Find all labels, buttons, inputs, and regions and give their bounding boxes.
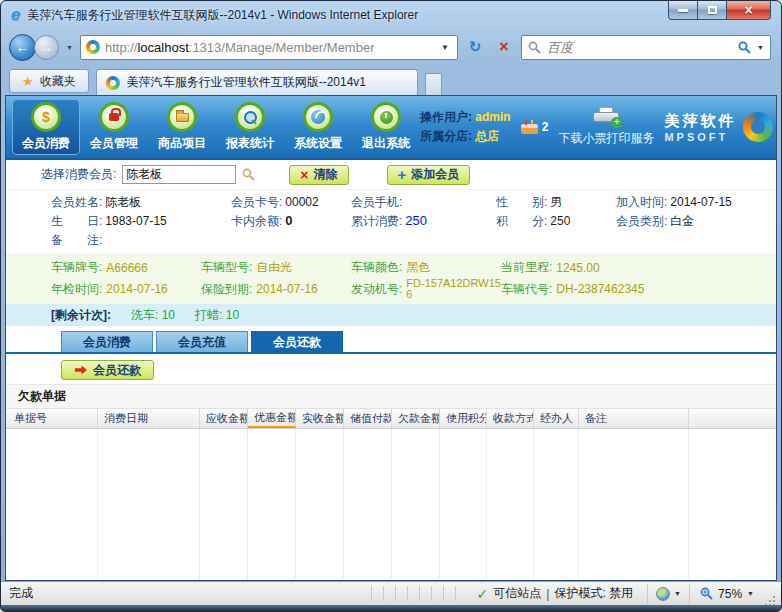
stop-button[interactable]: × xyxy=(492,38,516,56)
nav-item-label: 会员管理 xyxy=(90,135,138,152)
column-header[interactable]: 应收金额 xyxy=(200,409,248,428)
column-header[interactable]: 实收金额 xyxy=(296,409,344,428)
check-icon: ✓ xyxy=(477,586,489,602)
zoom-control[interactable]: 75% ▼ xyxy=(689,584,764,604)
member-select-input[interactable] xyxy=(122,165,236,184)
print-service-label: 下载小票打印服务 xyxy=(558,130,654,147)
table-cell-empty xyxy=(344,429,392,580)
search-box: ▼ xyxy=(521,35,771,60)
field-insurance-expiry: 保险到期:2014-07-16 xyxy=(201,281,351,298)
debt-table-body xyxy=(6,429,776,580)
repay-action-row: 会员还款 xyxy=(6,354,776,384)
nav-item-label: 会员消费 xyxy=(22,135,70,152)
column-header[interactable]: 消费日期 xyxy=(98,409,200,428)
nav-item-exit[interactable]: 退出系统 xyxy=(352,99,420,155)
nav-item-label: 报表统计 xyxy=(226,135,274,152)
field-join-date: 加入时间:2014-07-15 xyxy=(616,194,776,211)
close-button[interactable]: × xyxy=(726,1,771,20)
site-header: $ 会员消费 会员管理 商品项目 报表统计 系统设置 退出系统 xyxy=(6,96,776,160)
column-header[interactable]: 储值付款 xyxy=(344,409,392,428)
window-title: 美萍汽车服务行业管理软件互联网版--2014v1 - Windows Inter… xyxy=(27,7,418,24)
plus-icon: + xyxy=(398,167,407,182)
new-tab-button[interactable] xyxy=(425,73,442,95)
search-options-icon[interactable]: ▼ xyxy=(757,44,764,51)
logo-en: MPSOFT xyxy=(664,131,736,143)
remaining-label: [剩余计次]: xyxy=(51,307,111,324)
debt-table-header: 单据号 消费日期 应收金额 优惠金额 实收金额 储值付款 欠款金额 使用积分 收… xyxy=(6,409,776,429)
member-repay-button[interactable]: 会员还款 xyxy=(61,360,154,380)
field-member-name: 会员姓名:陈老板 xyxy=(51,194,231,211)
title-bar[interactable]: e 美萍汽车服务行业管理软件互联网版--2014v1 - Windows Int… xyxy=(1,1,781,29)
history-dropdown-icon[interactable]: ▼ xyxy=(64,44,75,51)
nav-item-goods[interactable]: 商品项目 xyxy=(148,99,216,155)
site-favicon xyxy=(86,40,100,54)
clear-x-icon: × xyxy=(300,168,308,182)
member-select-label: 选择消费会员: xyxy=(41,166,116,183)
birthday-reminder[interactable]: 2 xyxy=(521,120,549,134)
privacy-button[interactable]: ▼ xyxy=(647,584,689,604)
nav-item-label: 退出系统 xyxy=(362,135,410,152)
print-service[interactable]: + 下载小票打印服务 xyxy=(558,107,654,147)
add-member-button[interactable]: + 添加会员 xyxy=(387,165,471,185)
lock-icon xyxy=(99,102,129,132)
member-select-row: 选择消费会员: × 清除 + 添加会员 xyxy=(6,160,776,190)
field-birthday: 生 日:1983-07-15 xyxy=(51,213,231,230)
resize-grip[interactable] xyxy=(764,591,777,605)
dollar-icon: $ xyxy=(31,102,61,132)
maximize-button[interactable] xyxy=(698,1,726,20)
browser-tab-active[interactable]: 美萍汽车服务行业管理软件互联网版--2014v1 xyxy=(96,69,418,95)
clear-button[interactable]: × 清除 xyxy=(289,165,348,185)
power-icon xyxy=(371,102,401,132)
field-card-number: 会员卡号:00002 xyxy=(231,194,351,211)
table-cell-empty xyxy=(98,429,200,580)
logo-cn: 美萍软件 xyxy=(664,112,736,131)
stop-icon: × xyxy=(499,38,508,55)
column-header[interactable]: 单据号 xyxy=(6,409,98,428)
table-cell-empty xyxy=(440,429,487,580)
field-plate-number: 车辆牌号:A66666 xyxy=(51,259,201,276)
address-toolbar: ← → ▼ http://localhost:1313/Manage/Membe… xyxy=(1,29,781,65)
search-icon xyxy=(528,41,541,54)
column-header[interactable]: 欠款金额 xyxy=(392,409,440,428)
column-header[interactable]: 备注 xyxy=(579,409,689,428)
column-header[interactable]: 经办人 xyxy=(534,409,579,428)
status-separator xyxy=(455,586,467,601)
refresh-button[interactable]: ↻ xyxy=(463,38,487,56)
table-cell-empty xyxy=(6,429,98,580)
search-go-icon[interactable] xyxy=(738,41,751,54)
back-button[interactable]: ← xyxy=(9,34,36,61)
tab-member-repay[interactable]: 会员还款 xyxy=(251,331,343,352)
remaining-item-wash: 洗车: 10 xyxy=(131,307,175,324)
column-header[interactable]: 使用积分 xyxy=(440,409,487,428)
status-separator xyxy=(383,586,395,601)
favorites-button[interactable]: ★ 收藏夹 xyxy=(9,69,89,93)
printer-icon: + xyxy=(593,107,619,126)
protected-mode-label: 保护模式: 禁用 xyxy=(554,585,633,602)
status-text: 完成 xyxy=(9,585,33,602)
security-zone[interactable]: ✓ 可信站点 | 保护模式: 禁用 xyxy=(467,585,648,602)
url-text: http://localhost:1313/Manage/Member/Memb… xyxy=(105,40,375,55)
table-cell-empty xyxy=(689,429,776,580)
member-info: 会员姓名:陈老板 会员卡号:00002 会员手机: 性 别:男 加入时间:201… xyxy=(6,190,776,253)
column-header-sorted[interactable]: 优惠金额 xyxy=(248,409,296,428)
nav-item-member-consume[interactable]: $ 会员消费 xyxy=(12,99,80,155)
table-cell-empty xyxy=(534,429,579,580)
nav-item-settings[interactable]: 系统设置 xyxy=(284,99,352,155)
search-input[interactable] xyxy=(547,40,732,55)
column-header[interactable]: 收款方式 xyxy=(487,409,534,428)
address-bar[interactable]: http://localhost:1313/Manage/Member/Memb… xyxy=(80,35,458,60)
field-phone: 会员手机: xyxy=(351,194,496,211)
tab-member-recharge[interactable]: 会员充值 xyxy=(156,331,248,352)
nav-item-reports[interactable]: 报表统计 xyxy=(216,99,284,155)
address-dropdown-icon[interactable]: ▼ xyxy=(438,43,452,52)
forward-button[interactable]: → xyxy=(34,35,59,60)
debt-section-title: 欠款单据 xyxy=(6,384,776,409)
tab-member-consume[interactable]: 会员消费 xyxy=(61,331,153,352)
table-cell-empty xyxy=(392,429,440,580)
nav-item-member-manage[interactable]: 会员管理 xyxy=(80,99,148,155)
maximize-icon xyxy=(708,6,717,14)
minimize-button[interactable] xyxy=(668,1,698,20)
member-search-icon[interactable] xyxy=(242,168,255,181)
zoom-level: 75% xyxy=(718,587,742,601)
field-total-consume: 累计消费:250 xyxy=(351,213,496,230)
